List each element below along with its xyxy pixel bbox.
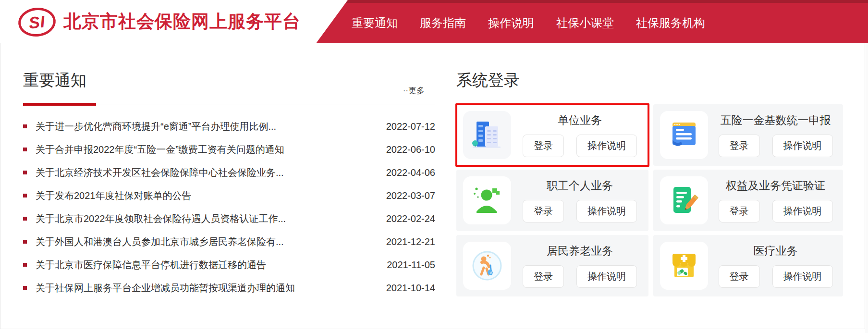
notice-item[interactable]: 关于发布2021年度社保对账单的公告2022-03-07 xyxy=(23,184,435,207)
login-button[interactable]: 登录 xyxy=(523,135,564,157)
operation-manual-button[interactable]: 操作说明 xyxy=(576,200,637,222)
bullet-icon xyxy=(23,217,27,221)
card-buttons: 登录操作说明 xyxy=(523,265,637,288)
card-buttons: 登录操作说明 xyxy=(719,135,833,157)
notice-item[interactable]: 关于北京市2022年度领取社会保险待遇人员资格认证工作...2022-02-24 xyxy=(23,207,435,230)
bullet-icon xyxy=(23,194,27,197)
notice-date: 2022-02-24 xyxy=(373,213,435,224)
notice-date: 2022-07-12 xyxy=(373,121,435,132)
notice-date: 2021-12-21 xyxy=(373,236,435,247)
bullet-icon xyxy=(23,263,27,267)
card-buttons: 登录操作说明 xyxy=(523,135,637,157)
notices-title: 重要通知 xyxy=(23,67,435,91)
more-link[interactable]: ··更多 xyxy=(403,85,425,96)
login-card-resident-pension-business: A 居民养老业务登录操作说明 xyxy=(456,235,648,296)
notice-date: 2021-10-14 xyxy=(373,283,435,294)
person-icon xyxy=(463,176,511,224)
notice-item[interactable]: 关于外国人和港澳台人员参加北京市城乡居民养老保险有...2021-12-21 xyxy=(23,230,435,253)
notice-text[interactable]: 关于北京市2022年度领取社会保险待遇人员资格认证工作... xyxy=(36,212,373,225)
bullet-icon xyxy=(23,124,27,128)
operation-manual-button[interactable]: 操作说明 xyxy=(576,265,637,288)
login-title: 系统登录 xyxy=(456,67,843,91)
card-title: 五险一金基数统一申报 xyxy=(721,113,831,128)
login-cards: 单位业务登录操作说明 五险一金基数统一申报登录操作说明 职工个人业务登录操作说明… xyxy=(456,104,843,296)
card-title: 居民养老业务 xyxy=(547,244,613,259)
site-logo-icon[interactable]: SI xyxy=(17,6,57,38)
bullet-icon xyxy=(23,148,27,151)
bullet-icon xyxy=(23,171,27,174)
site-title: 北京市社会保险网上服务平台 xyxy=(63,0,301,43)
operation-manual-button[interactable]: 操作说明 xyxy=(772,135,833,157)
notices-title-underline xyxy=(23,103,96,106)
login-button[interactable]: 登录 xyxy=(719,265,760,288)
scroll-document-icon xyxy=(660,111,708,159)
site-logo-text: SI xyxy=(28,12,46,32)
notice-text[interactable]: 关于发布2021年度社保对账单的公告 xyxy=(36,189,373,202)
notice-text[interactable]: 关于社保网上服务平台企业增减员功能暂按现渠道办理的通知 xyxy=(36,282,373,295)
login-card-five-insurance-base-declaration: 五险一金基数统一申报登录操作说明 xyxy=(653,104,843,166)
notice-text[interactable]: 关于北京经济技术开发区社会保险保障中心社会保险业务... xyxy=(36,166,373,179)
bullet-icon xyxy=(23,286,27,290)
notice-item[interactable]: 关于北京经济技术开发区社会保险保障中心社会保险业务...2022-04-06 xyxy=(23,161,435,184)
notices-section: 重要通知 ··更多 关于进一步优化营商环境提升“e窗通”平台办理使用比例...2… xyxy=(23,67,435,299)
notice-item[interactable]: 关于合并申报2022年度“五险一金”缴费工资有关问题的通知2022-06-10 xyxy=(23,138,435,161)
card-buttons: 登录操作说明 xyxy=(523,200,637,222)
notice-text[interactable]: 关于外国人和港澳台人员参加北京市城乡居民养老保险有... xyxy=(36,235,373,248)
login-card-unit-business: 单位业务登录操作说明 xyxy=(456,104,648,166)
card-body: 医疗业务登录操作说明 xyxy=(708,244,843,288)
card-body: 职工个人业务登录操作说明 xyxy=(511,178,648,222)
card-body: 单位业务登录操作说明 xyxy=(511,113,648,157)
pharmacy-icon xyxy=(660,242,708,290)
card-body: 权益及业务凭证验证登录操作说明 xyxy=(708,178,843,222)
login-button[interactable]: 登录 xyxy=(719,135,760,157)
notice-list: 关于进一步优化营商环境提升“e窗通”平台办理使用比例...2022-07-12关… xyxy=(23,115,435,299)
nav-item-social-security-classroom[interactable]: 社保小课堂 xyxy=(556,15,614,31)
nav-item-service-guide[interactable]: 服务指南 xyxy=(420,15,466,31)
card-buttons: 登录操作说明 xyxy=(719,265,833,288)
notice-item[interactable]: 关于进一步优化营商环境提升“e窗通”平台办理使用比例...2022-07-12 xyxy=(23,115,435,138)
notice-date: 2022-06-10 xyxy=(373,144,435,155)
operation-manual-button[interactable]: 操作说明 xyxy=(772,200,833,222)
login-section-header: 系统登录 xyxy=(456,67,843,104)
login-card-certificate-verification: 权益及业务凭证验证登录操作说明 xyxy=(653,170,843,231)
nav-item-operation-instructions[interactable]: 操作说明 xyxy=(488,15,534,31)
card-title: 医疗业务 xyxy=(754,244,798,259)
elder-person-icon: A xyxy=(463,242,511,290)
bullet-icon xyxy=(23,240,27,244)
svg-text:A: A xyxy=(490,271,492,274)
notice-date: 2022-03-07 xyxy=(373,190,435,201)
notice-text[interactable]: 关于进一步优化营商环境提升“e窗通”平台办理使用比例... xyxy=(36,120,373,133)
card-buttons: 登录操作说明 xyxy=(719,200,833,222)
card-body: 居民养老业务登录操作说明 xyxy=(511,244,648,288)
card-body: 五险一金基数统一申报登录操作说明 xyxy=(708,113,843,157)
notice-text[interactable]: 关于合并申报2022年度“五险一金”缴费工资有关问题的通知 xyxy=(36,143,373,156)
operation-manual-button[interactable]: 操作说明 xyxy=(576,135,637,157)
card-title: 单位业务 xyxy=(558,113,602,128)
notice-date: 2021-11-05 xyxy=(373,259,435,271)
login-button[interactable]: 登录 xyxy=(523,200,564,222)
scrollbar[interactable] xyxy=(865,43,868,333)
main-nav: 重要通知服务指南操作说明社保小课堂社保服务机构 xyxy=(352,3,705,43)
header: 重要通知服务指南操作说明社保小课堂社保服务机构 SI 北京市社会保险网上服务平台 xyxy=(0,0,868,43)
notices-section-header: 重要通知 ··更多 xyxy=(23,67,435,104)
login-button[interactable]: 登录 xyxy=(523,265,564,288)
logo-area: SI 北京市社会保险网上服务平台 xyxy=(0,0,351,43)
nav-item-service-agencies[interactable]: 社保服务机构 xyxy=(636,15,705,31)
notice-item[interactable]: 关于社保网上服务平台企业增减员功能暂按现渠道办理的通知2021-10-14 xyxy=(23,276,435,299)
card-title: 职工个人业务 xyxy=(547,178,613,193)
card-title: 权益及业务凭证验证 xyxy=(726,178,825,193)
login-section: 系统登录 单位业务登录操作说明 五险一金基数统一申报登录操作说明 职工个人业务登… xyxy=(456,67,843,296)
login-card-medical-business: 医疗业务登录操作说明 xyxy=(653,235,843,296)
notice-date: 2022-04-06 xyxy=(373,167,435,178)
login-card-employee-personal-business: 职工个人业务登录操作说明 xyxy=(456,170,648,231)
login-button[interactable]: 登录 xyxy=(719,200,760,222)
operation-manual-button[interactable]: 操作说明 xyxy=(772,265,833,288)
nav-item-important-notices[interactable]: 重要通知 xyxy=(352,15,398,31)
buildings-icon xyxy=(463,111,511,159)
page: 重要通知服务指南操作说明社保小课堂社保服务机构 SI 北京市社会保险网上服务平台… xyxy=(0,0,868,333)
notice-text[interactable]: 关于北京市医疗保障信息平台停机进行数据迁移的通告 xyxy=(36,259,373,271)
notice-item[interactable]: 关于北京市医疗保障信息平台停机进行数据迁移的通告2021-11-05 xyxy=(23,253,435,276)
document-pencil-icon xyxy=(660,176,708,224)
